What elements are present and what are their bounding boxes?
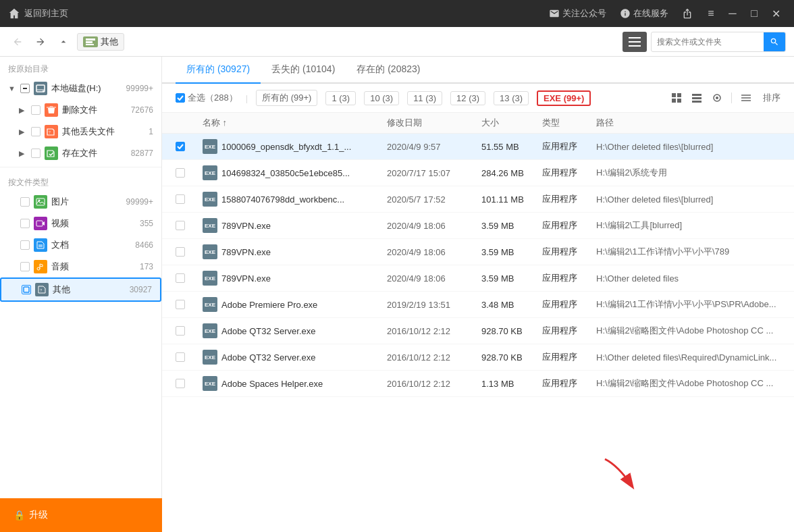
- table-row[interactable]: EXE 1588074076798dd_workbenc... 2020/5/7…: [162, 186, 794, 213]
- svg-point-28: [716, 97, 718, 99]
- filter-13[interactable]: 13 (3): [494, 91, 529, 105]
- docs-checkbox[interactable]: [20, 240, 30, 250]
- file-type: 应用程序: [542, 167, 596, 179]
- sidebar-item-video[interactable]: ▶ 视频 355: [0, 213, 161, 234]
- svg-rect-21: [677, 93, 681, 97]
- tab-lost[interactable]: 丢失的 (10104): [261, 57, 346, 84]
- disk-checkbox[interactable]: [20, 84, 30, 93]
- row-checkbox[interactable]: [176, 326, 185, 336]
- file-name: EXE 789VPN.exe: [203, 271, 387, 286]
- filter-all[interactable]: 所有的 (99+): [256, 90, 317, 106]
- row-checkbox[interactable]: [176, 221, 185, 230]
- preview-btn[interactable]: [708, 89, 726, 107]
- other-lost-checkbox[interactable]: [31, 127, 41, 136]
- table-row[interactable]: EXE 1000069_opensdk_bfyxdt_1.1_... 2020/…: [162, 134, 794, 160]
- nav-menu-btn[interactable]: [623, 32, 647, 52]
- docs-icon: [34, 238, 47, 252]
- sidebar-item-local-disk[interactable]: ▼ 本地磁盘(H:) 99999+: [0, 78, 161, 99]
- images-checkbox[interactable]: [20, 197, 30, 207]
- select-all-area[interactable]: 全选（288）: [176, 92, 238, 104]
- other-lost-count: 1: [149, 127, 153, 136]
- share-btn[interactable]: [682, 8, 693, 19]
- back-btn[interactable]: [8, 32, 27, 51]
- row-checkbox[interactable]: [176, 300, 185, 309]
- table-row[interactable]: EXE 789VPN.exe 2020/4/9 18:06 3.59 MB 应用…: [162, 265, 794, 292]
- search-btn[interactable]: [764, 32, 785, 52]
- table-row[interactable]: EXE Adobe Spaces Helper.exe 2016/10/12 2…: [162, 371, 794, 397]
- col-date[interactable]: 修改日期: [387, 117, 481, 129]
- sidebar: 按原始目录 ▼ 本地磁盘(H:) 99999+ ▶ 删: [0, 57, 162, 532]
- file-type: 应用程序: [542, 377, 596, 390]
- sidebar-item-existing[interactable]: ▶ 存在文件 82877: [0, 142, 161, 164]
- service-btn[interactable]: 在线服务: [620, 7, 668, 20]
- grid-view-btn[interactable]: [668, 89, 685, 107]
- filter-1[interactable]: 1 (3): [325, 91, 356, 105]
- existing-checkbox[interactable]: [31, 149, 41, 158]
- row-checkbox[interactable]: [176, 194, 185, 204]
- upgrade-btn[interactable]: 🔒 升级: [0, 498, 162, 532]
- other-checkbox[interactable]: [22, 285, 31, 294]
- file-name: EXE 789VPN.exe: [203, 218, 387, 233]
- col-path[interactable]: 路径: [596, 117, 780, 129]
- row-checkbox[interactable]: [176, 168, 185, 178]
- filter-12[interactable]: 12 (3): [450, 91, 485, 105]
- sort-btn[interactable]: 排序: [763, 92, 780, 104]
- deleted-checkbox[interactable]: [31, 105, 41, 115]
- col-type[interactable]: 类型: [542, 117, 596, 129]
- sidebar-item-images[interactable]: ▶ 图片 99999+: [0, 191, 161, 213]
- table-row[interactable]: EXE 104698324_03850c5e1ebce85... 2020/7/…: [162, 160, 794, 186]
- table-row[interactable]: EXE Adobe QT32 Server.exe 2016/10/12 2:1…: [162, 344, 794, 371]
- view-btns: [668, 89, 755, 107]
- exe-icon: EXE: [203, 192, 217, 207]
- file-size: 101.11 MB: [481, 194, 542, 205]
- images-label: 图片: [51, 196, 122, 208]
- audio-checkbox[interactable]: [20, 262, 30, 271]
- row-checkbox[interactable]: [176, 379, 185, 388]
- table-row[interactable]: EXE 789VPN.exe 2020/4/9 18:06 3.59 MB 应用…: [162, 239, 794, 265]
- sidebar-item-other[interactable]: ▶ ? 其他 30927: [0, 277, 161, 302]
- file-type: 应用程序: [542, 246, 596, 258]
- row-checkbox[interactable]: [176, 142, 185, 151]
- maximize-btn[interactable]: □: [744, 3, 764, 24]
- exe-icon: EXE: [203, 323, 217, 338]
- row-checkbox[interactable]: [176, 273, 185, 283]
- col-name[interactable]: 名称 ↑: [203, 117, 387, 129]
- table-row[interactable]: EXE Adobe QT32 Server.exe 2016/10/12 2:1…: [162, 318, 794, 344]
- filter-10[interactable]: 10 (3): [364, 91, 399, 105]
- video-checkbox[interactable]: [20, 219, 30, 228]
- follow-btn[interactable]: 关注公众号: [549, 7, 606, 20]
- sidebar-item-audio[interactable]: ▶ 音频 173: [0, 256, 161, 277]
- search-input[interactable]: [652, 37, 764, 47]
- sidebar-item-deleted[interactable]: ▶ 删除文件 72676: [0, 99, 161, 121]
- col-size[interactable]: 大小: [481, 117, 542, 129]
- select-all-checkbox[interactable]: [176, 93, 185, 103]
- home-button[interactable]: 返回到主页: [8, 7, 68, 20]
- table-row[interactable]: EXE Adobe Premiere Pro.exe 2019/2/19 13:…: [162, 292, 794, 318]
- file-size: 928.70 KB: [481, 326, 542, 336]
- svg-rect-1: [86, 41, 92, 43]
- up-btn[interactable]: [54, 32, 73, 51]
- close-btn[interactable]: ✕: [766, 3, 786, 24]
- sidebar-item-other-lost[interactable]: ▶ ? 其他丢失文件 1: [0, 121, 161, 142]
- other-lost-icon: ?: [45, 125, 58, 138]
- table-row[interactable]: EXE 789VPN.exe 2020/4/9 18:06 3.59 MB 应用…: [162, 213, 794, 239]
- svg-rect-22: [672, 99, 676, 103]
- forward-btn[interactable]: [31, 32, 50, 51]
- svg-rect-2: [86, 44, 94, 45]
- menu-btn[interactable]: ≡: [701, 3, 721, 24]
- svg-rect-4: [629, 41, 641, 43]
- minimize-btn[interactable]: ─: [722, 3, 743, 24]
- list-view-btn[interactable]: [688, 89, 706, 107]
- search-box[interactable]: [651, 32, 786, 52]
- row-checkbox[interactable]: [176, 352, 185, 362]
- sidebar-item-docs[interactable]: ▶ 文档 8466: [0, 234, 161, 256]
- columns-btn[interactable]: [737, 89, 755, 107]
- filter-11[interactable]: 11 (3): [407, 91, 442, 105]
- tab-existing[interactable]: 存在的 (20823): [346, 57, 431, 84]
- file-size: 928.70 KB: [481, 352, 542, 363]
- svg-rect-24: [692, 94, 702, 96]
- file-name: EXE Adobe Spaces Helper.exe: [203, 376, 387, 391]
- row-checkbox[interactable]: [176, 247, 185, 257]
- filter-exe[interactable]: EXE (99+): [537, 90, 591, 106]
- tab-all[interactable]: 所有的 (30927): [176, 57, 261, 84]
